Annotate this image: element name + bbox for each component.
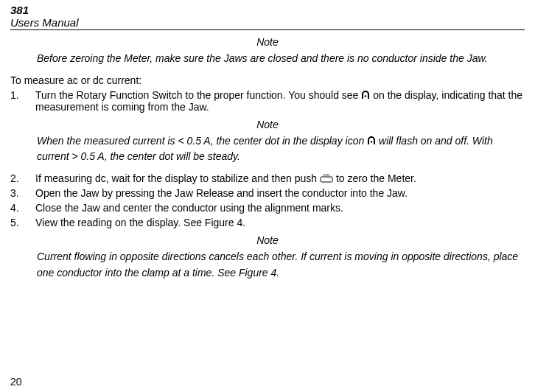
step-5-number: 5.: [10, 217, 35, 228]
svg-rect-3: [321, 177, 332, 182]
manual-page: 381 Users Manual Note Before zeroing the…: [0, 0, 535, 392]
step-3-number: 3.: [10, 187, 35, 199]
note-flash-a: When the measured current is < 0.5 A, th…: [37, 135, 367, 147]
svg-text:ZERO: ZERO: [324, 174, 330, 177]
step-1-text: Turn the Rotary Function Switch to the p…: [35, 89, 525, 113]
header-manual: Users Manual: [10, 17, 525, 29]
note-body-flash: When the measured current is < 0.5 A, th…: [37, 133, 519, 165]
note-label-1: Note: [10, 36, 525, 48]
note-label-3: Note: [10, 234, 525, 246]
svg-point-0: [365, 95, 366, 97]
step-5-text: View the reading on the display. See Fig…: [35, 217, 525, 228]
step-1-text-a: Turn the Rotary Function Switch to the p…: [35, 89, 361, 101]
note-label-2: Note: [10, 119, 525, 130]
step-4: 4. Close the Jaw and center the conducto…: [10, 202, 525, 214]
step-2-text-b: to zero the Meter.: [333, 172, 416, 184]
page-number: 20: [10, 376, 22, 388]
step-3: 3. Open the Jaw by pressing the Jaw Rele…: [10, 187, 525, 199]
step-1-number: 1.: [10, 89, 35, 113]
step-2-number: 2.: [10, 172, 35, 184]
header-model: 381: [10, 4, 525, 17]
jaw-icon: [367, 136, 376, 145]
step-4-number: 4.: [10, 202, 35, 214]
step-4-text: Close the Jaw and center the conductor u…: [35, 202, 525, 214]
step-2-text-a: If measuring dc, wait for the display to…: [35, 172, 320, 184]
step-1: 1. Turn the Rotary Function Switch to th…: [10, 89, 525, 113]
step-2-text: If measuring dc, wait for the display to…: [35, 172, 525, 184]
step-2: 2. If measuring dc, wait for the display…: [10, 172, 525, 184]
svg-point-1: [371, 141, 372, 142]
step-5: 5. View the reading on the display. See …: [10, 217, 525, 228]
zero-button-icon: ZERO: [320, 174, 333, 183]
header-rule: [10, 29, 525, 30]
jaw-icon: [361, 91, 370, 99]
note-body-cancel: Current flowing in opposite directions c…: [37, 249, 519, 281]
step-3-text: Open the Jaw by pressing the Jaw Release…: [35, 187, 525, 199]
intro-line: To measure ac or dc current:: [10, 74, 525, 86]
note-body-before-zero: Before zeroing the Meter, make sure the …: [37, 51, 519, 67]
